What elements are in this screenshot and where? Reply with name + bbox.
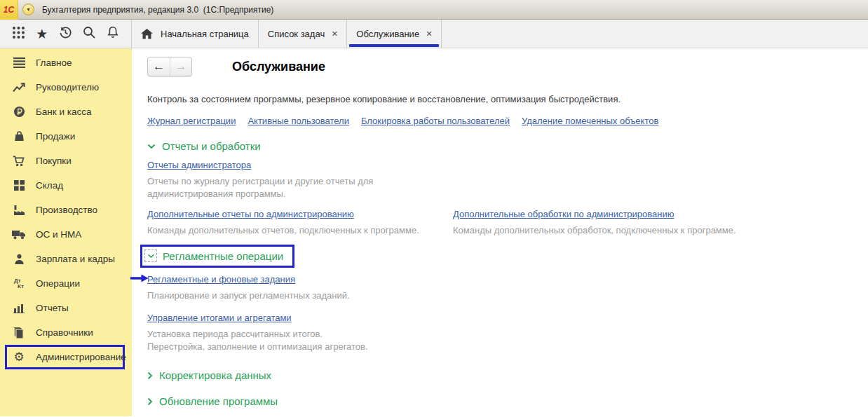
history-nav: ← → <box>147 57 192 76</box>
tab-service[interactable]: Обслуживание × <box>347 20 442 48</box>
sidebar-item-administration[interactable]: ⚙ Администрирование <box>5 345 125 369</box>
tab-label: Начальная страница <box>161 29 249 39</box>
history-button[interactable] <box>57 25 75 43</box>
section-collapse-toggle[interactable] <box>144 249 157 262</box>
sidebar-item-fixed-assets[interactable]: ОС и НМА <box>0 222 132 247</box>
sidebar-item-operations[interactable]: Дт Кт Операции <box>0 271 132 296</box>
section-title: Отчеты и обработки <box>162 140 261 152</box>
1c-logo: 1С <box>0 0 18 20</box>
sidebar-item-label: Главное <box>36 57 72 68</box>
link-user-lockout[interactable]: Блокировка работы пользователей <box>361 116 510 126</box>
tab-home[interactable]: Начальная страница <box>132 20 259 48</box>
sidebar-item-label: Зарплата и кадры <box>36 254 115 264</box>
sidebar-item-reports[interactable]: Отчеты <box>0 296 132 320</box>
top-links-row: Журнал регистрации Активные пользователи… <box>147 116 868 126</box>
boxes-grid-icon <box>11 180 27 191</box>
1c-logo-text: 1С <box>4 5 14 15</box>
forward-button[interactable]: → <box>170 57 191 76</box>
bell-icon <box>106 25 120 42</box>
totals-description-line2: Перестройка, заполнение и оптимизация аг… <box>147 341 868 353</box>
shopping-cart-icon <box>11 156 27 167</box>
sidebar-item-label: Склад <box>36 180 63 191</box>
trend-chart-icon <box>11 83 27 93</box>
totals-description-line1: Установка периода рассчитанных итогов. <box>147 328 868 341</box>
history-clock-icon <box>58 25 73 43</box>
app-window: 1С ▾ Бухгалтерия предприятия, редакция 3… <box>0 0 868 417</box>
kt-label: Кт <box>18 283 24 289</box>
shopping-bag-icon <box>11 130 27 142</box>
sidebar-item-purchases[interactable]: Покупки <box>0 149 132 173</box>
close-tab-icon[interactable]: × <box>426 28 432 39</box>
link-scheduled-background-jobs[interactable]: Регламентные и фоновые задания <box>147 274 295 285</box>
link-active-users[interactable]: Активные пользователи <box>247 116 349 126</box>
hamburger-icon <box>11 57 27 68</box>
section-title[interactable]: Регламентные операции <box>163 250 283 262</box>
close-tab-icon[interactable]: × <box>332 28 337 39</box>
favorites-button[interactable]: ★ <box>33 25 51 43</box>
sidebar-item-label: ОС и НМА <box>36 229 81 240</box>
sidebar-item-sales[interactable]: Продажи <box>0 124 132 149</box>
ruble-icon <box>11 106 27 118</box>
sidebar-item-manager[interactable]: Руководителю <box>0 75 132 100</box>
scheduled-jobs-row: Регламентные и фоновые задания <box>147 273 868 285</box>
sidebar-item-payroll[interactable]: Зарплата и кадры <box>0 247 132 271</box>
sidebar: Главное Руководителю Б <box>0 48 132 416</box>
link-delete-marked-objects[interactable]: Удаление помеченных объектов <box>522 116 658 126</box>
sidebar-item-label: Администрирование <box>36 352 126 362</box>
tab-task-list[interactable]: Список задач × <box>259 20 348 48</box>
sidebar-item-main[interactable]: Главное <box>0 50 132 75</box>
page-description: Контроль за состоянием программы, резерв… <box>147 94 868 104</box>
sidebar-item-label: Продажи <box>36 131 75 142</box>
tab-label: Список задач <box>268 29 325 39</box>
gear-icon: ⚙ <box>11 351 27 363</box>
link-event-log[interactable]: Журнал регистрации <box>147 116 236 126</box>
sidebar-item-warehouse[interactable]: Склад <box>0 173 132 198</box>
main-panel: ← → Обслуживание Контроль за состоянием … <box>132 48 868 416</box>
sidebar-item-production[interactable]: Производство <box>0 198 132 222</box>
sidebar-item-label: Справочники <box>36 327 93 338</box>
apps-grid-button[interactable] <box>9 25 27 43</box>
section-title: Корректировка данных <box>159 369 271 381</box>
extra-tools-columns: Дополнительные отчеты по администрирован… <box>147 207 868 237</box>
sidebar-item-bank-cash[interactable]: Банк и касса <box>0 100 132 124</box>
dt-kt-icon: Дт Кт <box>11 278 27 289</box>
active-tab-underline <box>349 44 439 47</box>
search-button[interactable] <box>80 25 98 43</box>
sidebar-item-label: Руководителю <box>36 82 99 93</box>
sidebar-item-label: Отчеты <box>36 303 69 313</box>
tab-bar: ★ <box>0 20 868 48</box>
window-title: Бухгалтерия предприятия, редакция 3.0 (1… <box>42 5 273 15</box>
toolbar: ★ <box>0 20 132 48</box>
factory-icon <box>11 205 27 215</box>
truck-icon <box>11 230 27 240</box>
star-icon: ★ <box>36 27 48 41</box>
chevron-down-icon <box>147 144 156 149</box>
main-menu-button[interactable]: ▾ <box>22 4 34 15</box>
link-totals-aggregates[interactable]: Управление итогами и агрегатами <box>147 313 292 323</box>
sidebar-item-directories[interactable]: Справочники <box>0 320 132 345</box>
notifications-button[interactable] <box>104 25 122 43</box>
home-icon <box>141 29 153 39</box>
scheduled-jobs-description: Планирование и запуск регламентных задан… <box>147 289 868 302</box>
link-extra-admin-reports[interactable]: Дополнительные отчеты по администрирован… <box>147 209 354 219</box>
sidebar-item-label: Операции <box>36 278 80 289</box>
link-extra-admin-processors[interactable]: Дополнительные обработки по администриро… <box>453 209 674 219</box>
grid-dots-icon <box>12 26 25 42</box>
section-reports-header[interactable]: Отчеты и обработки <box>147 140 868 152</box>
chevron-down-icon: ▾ <box>27 7 29 13</box>
back-arrow-icon: ← <box>153 60 165 74</box>
back-button[interactable]: ← <box>148 57 170 76</box>
sidebar-item-label: Банк и касса <box>36 107 92 117</box>
section-data-correction-header[interactable]: Корректировка данных <box>147 369 868 381</box>
forward-arrow-icon: → <box>175 60 187 74</box>
annotation-arrow-icon <box>130 273 149 286</box>
totals-description: Установка периода рассчитанных итогов. П… <box>147 328 868 353</box>
books-icon <box>11 327 27 339</box>
section-program-update-header[interactable]: Обновление программы <box>147 395 868 407</box>
search-icon <box>82 25 96 42</box>
bar-chart-icon <box>11 303 27 313</box>
tab-label: Обслуживание <box>356 29 419 39</box>
section-title: Обновление программы <box>159 395 278 407</box>
link-admin-reports[interactable]: Отчеты администратора <box>147 160 251 170</box>
extra-admin-reports-description: Команды дополнительных отчетов, подключе… <box>147 224 453 237</box>
